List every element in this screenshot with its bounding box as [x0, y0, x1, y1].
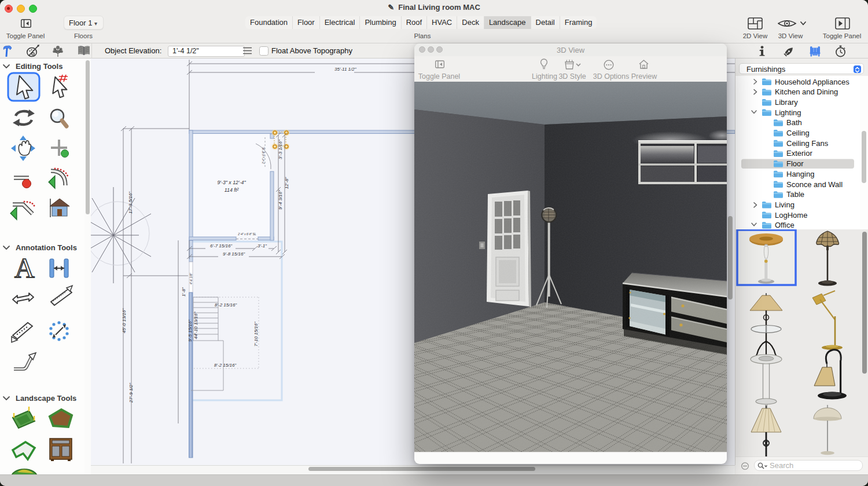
svg-text:17'-3 5/16": 17'-3 5/16" — [128, 191, 133, 214]
svg-text:Ceiling: Ceiling — [786, 129, 810, 137]
svg-text:44'-10 13/16": 44'-10 13/16" — [193, 311, 198, 339]
svg-text:9'-5 15/16": 9'-5 15/16" — [187, 319, 193, 342]
svg-text:27'-9 1/2": 27'-9 1/2" — [128, 382, 134, 403]
svg-text:Household Appliances: Household Appliances — [775, 78, 849, 86]
svg-text:3'-3 1/16": 3'-3 1/16" — [278, 139, 283, 159]
svg-text:8'-2 15/16": 8'-2 15/16" — [214, 363, 237, 368]
svg-text:6'-7 15/16": 6'-7 15/16" — [210, 243, 233, 249]
svg-text:Landscape Tools: Landscape Tools — [16, 394, 76, 403]
svg-text:Floor: Floor — [786, 159, 804, 168]
svg-text:35'-11 1/2": 35'-11 1/2" — [334, 67, 357, 72]
svg-text:7'-10 15/16": 7'-10 15/16" — [253, 321, 259, 347]
svg-text:9'-3" x 12'-4": 9'-3" x 12'-4" — [217, 180, 246, 185]
svg-text:Lighting: Lighting — [775, 108, 801, 117]
svg-text:Hanging: Hanging — [786, 170, 814, 178]
svg-text:Annotation Tools: Annotation Tools — [16, 243, 77, 252]
svg-text:Kitchen and Dining: Kitchen and Dining — [775, 87, 838, 96]
svg-text:Library: Library — [775, 98, 798, 107]
svg-text:Editing Tools: Editing Tools — [16, 62, 62, 71]
svg-text:Table: Table — [786, 190, 804, 199]
svg-text:2'-4" x 6'-8" SL: 2'-4" x 6'-8" SL — [237, 233, 256, 236]
svg-text:Ceiling Fans: Ceiling Fans — [786, 139, 829, 148]
svg-text:114 ft²: 114 ft² — [225, 187, 239, 193]
svg-text:Living: Living — [775, 200, 795, 209]
svg-text:Sconce and Wall: Sconce and Wall — [786, 180, 843, 189]
svg-text:A: A — [14, 253, 35, 283]
svg-text:4'-6 1/8": 4'-6 1/8" — [189, 272, 193, 284]
svg-text:12'-8": 12'-8" — [284, 177, 289, 189]
svg-text:8'-2 15/16": 8'-2 15/16" — [215, 302, 237, 308]
svg-text:Bath: Bath — [786, 118, 802, 127]
svg-text:3'-1": 3'-1" — [258, 243, 267, 249]
svg-text:Office: Office — [775, 221, 795, 229]
svg-text:9'-4 3/16": 9'-4 3/16" — [278, 189, 283, 210]
svg-text:LogHome: LogHome — [775, 211, 807, 220]
svg-text:1'-8": 1'-8" — [181, 287, 186, 297]
svg-text:Exterior: Exterior — [786, 149, 812, 158]
svg-text:9'-8 15/16": 9'-8 15/16" — [223, 251, 245, 257]
svg-text:45'-0 13/16": 45'-0 13/16" — [122, 308, 127, 334]
svg-text:2'-4" x 6'-8" SL: 2'-4" x 6'-8" SL — [262, 147, 265, 165]
